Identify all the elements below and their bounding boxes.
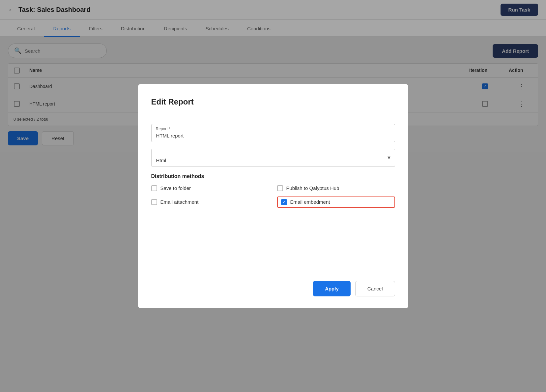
format-select[interactable]: Html PDF CSV Excel bbox=[151, 149, 395, 167]
apply-button[interactable]: Apply bbox=[313, 281, 351, 296]
distribution-checkboxes: Save to folder Publish to Qalyptus Hub E… bbox=[151, 185, 395, 208]
edit-report-modal: Edit Report Report * Format * Html PDF C… bbox=[138, 84, 408, 308]
email-attachment-item[interactable]: Email attachment bbox=[151, 196, 269, 208]
format-field-group: Format * Html PDF CSV Excel ▾ bbox=[151, 149, 395, 167]
save-to-folder-item[interactable]: Save to folder bbox=[151, 185, 269, 191]
publish-hub-checkbox[interactable] bbox=[277, 185, 283, 191]
report-input[interactable] bbox=[151, 124, 395, 142]
save-to-folder-label: Save to folder bbox=[160, 185, 191, 191]
email-embedment-item[interactable]: ✓ Email embedment bbox=[277, 196, 395, 208]
save-to-folder-checkbox[interactable] bbox=[151, 185, 157, 191]
email-attachment-label: Email attachment bbox=[160, 199, 199, 205]
modal-footer: Apply Cancel bbox=[151, 274, 395, 296]
report-field-group: Report * bbox=[151, 124, 395, 142]
email-embedment-checkbox[interactable]: ✓ bbox=[281, 199, 287, 205]
cancel-button[interactable]: Cancel bbox=[355, 281, 395, 296]
modal-title: Edit Report bbox=[151, 97, 395, 106]
email-embedment-label: Email embedment bbox=[290, 199, 330, 205]
format-select-wrapper: Html PDF CSV Excel ▾ bbox=[151, 149, 395, 167]
email-attachment-checkbox[interactable] bbox=[151, 199, 157, 205]
publish-hub-item[interactable]: Publish to Qalyptus Hub bbox=[277, 185, 395, 191]
report-label: Report * bbox=[156, 127, 170, 131]
publish-hub-label: Publish to Qalyptus Hub bbox=[286, 185, 339, 191]
distribution-methods-title: Distribution methods bbox=[151, 173, 395, 179]
modal-divider bbox=[151, 116, 395, 116]
